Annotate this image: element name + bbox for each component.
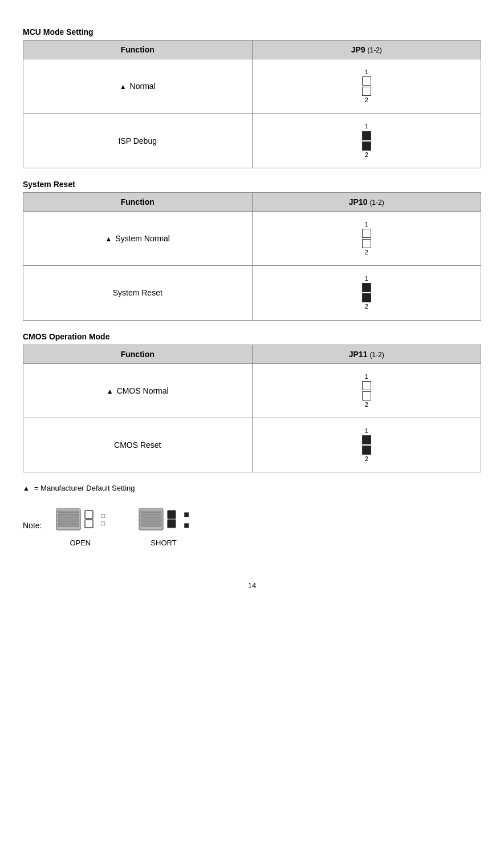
short-connector-wrap: ■ ■ — [138, 504, 189, 535]
function-cell-2-0: ▲ CMOS Normal — [23, 363, 253, 418]
function-header-label: Function — [121, 45, 155, 54]
pin-box-filled-top — [362, 131, 371, 140]
function-cell-0-1: ISP Debug — [23, 114, 253, 168]
table-row: CMOS Reset 1 2 — [23, 418, 481, 472]
note-open-group: □ □ OPEN — [55, 504, 105, 547]
pin-box-bottom — [362, 391, 371, 400]
svg-rect-15 — [168, 520, 176, 528]
table-0: Function JP9 (1-2) ▲ Normal 1 — [23, 40, 481, 168]
pin-box-top — [362, 229, 371, 238]
default-marker-1-0: ▲ — [105, 235, 112, 243]
jp-name-0: JP9 — [351, 45, 365, 54]
open-connector-wrap: □ □ — [55, 504, 105, 535]
function-cell-1-1: System Reset — [23, 266, 253, 320]
pin-label-1: 1 — [365, 68, 368, 76]
pin-label-2: 2 — [365, 303, 368, 310]
jp-name-2: JP11 — [349, 350, 368, 359]
pin-box-top — [362, 381, 371, 390]
col-header-jp-2: JP11 (1-2) — [252, 345, 481, 363]
pin-box-bottom — [362, 239, 371, 248]
function-label-2-0: CMOS Normal — [117, 386, 169, 395]
manufacturer-note: ▲ = Manufacturer Default Setting — [23, 484, 481, 492]
note-short-group: ■ ■ SHORT — [138, 504, 189, 547]
jumper-cell-2-0: 1 2 — [252, 363, 481, 418]
svg-rect-11 — [141, 519, 161, 522]
pin-box-filled-top — [362, 283, 371, 292]
section-title-0: MCU Mode Setting — [23, 27, 481, 37]
col-header-function-1: Function — [23, 192, 253, 211]
section-title-2: CMOS Operation Mode — [23, 332, 481, 341]
table-row: System Reset 1 2 — [23, 266, 481, 320]
connector-svg — [55, 504, 95, 535]
pin-label-2: 2 — [365, 401, 368, 408]
function-label-0-0: Normal — [130, 82, 156, 91]
jumper-short-diagram: 1 2 — [258, 427, 475, 463]
table-row: ▲ Normal 1 2 — [23, 59, 481, 114]
default-marker-2-0: ▲ — [107, 387, 113, 395]
jumper-cell-2-1: 1 2 — [252, 418, 481, 472]
pin-label-1: 1 — [365, 221, 368, 228]
function-header-label: Function — [121, 350, 155, 359]
jp-pins-2: (1-2) — [369, 351, 384, 359]
jumper-short-diagram: 1 2 — [258, 275, 475, 310]
function-cell-2-1: CMOS Reset — [23, 418, 253, 472]
svg-rect-7 — [85, 520, 93, 528]
pin-box-filled-bottom — [362, 293, 371, 302]
pin-box-filled-bottom — [362, 141, 371, 151]
table-row: ▲ CMOS Normal 1 2 — [23, 363, 481, 418]
svg-rect-5 — [56, 508, 80, 511]
function-header-label: Function — [121, 197, 155, 207]
jumper-cell-1-1: 1 2 — [252, 266, 481, 320]
pin-label-1: 1 — [365, 373, 368, 381]
pin-label-2: 2 — [365, 455, 368, 463]
jp-pins-1: (1-2) — [369, 199, 384, 207]
svg-rect-6 — [85, 511, 93, 519]
svg-rect-12 — [141, 523, 161, 527]
jp-pins-0: (1-2) — [367, 46, 381, 54]
pin-box-filled-top — [362, 435, 371, 444]
function-label-2-1: CMOS Reset — [114, 440, 161, 450]
svg-rect-2 — [58, 514, 79, 517]
note-label: Note: — [23, 521, 42, 530]
pin-label-2: 2 — [365, 151, 368, 159]
short-jumper-note: ■ ■ — [184, 509, 189, 531]
jumper-open-diagram: 1 2 — [258, 221, 475, 256]
default-marker-0-0: ▲ — [120, 83, 127, 91]
jumper-cell-0-1: 1 2 — [252, 114, 481, 168]
function-label-0-1: ISP Debug — [119, 136, 157, 145]
function-label-1-0: System Normal — [115, 234, 170, 243]
pin-label-1: 1 — [365, 123, 368, 130]
connector-svg — [138, 504, 178, 535]
table-row: ISP Debug 1 2 — [23, 114, 481, 168]
jp-name-1: JP10 — [349, 197, 368, 207]
function-label-1-1: System Reset — [113, 288, 162, 297]
pin-label-1: 1 — [365, 275, 368, 282]
jumper-open-diagram: 1 2 — [258, 68, 475, 104]
svg-rect-13 — [139, 508, 163, 511]
svg-rect-10 — [141, 514, 161, 517]
table-row: ▲ System Normal 1 2 — [23, 211, 481, 265]
jumper-cell-1-0: 1 2 — [252, 211, 481, 265]
jumper-short-diagram: 1 2 — [258, 123, 475, 158]
svg-rect-4 — [58, 523, 79, 527]
pin-box-filled-bottom — [362, 446, 371, 455]
col-header-function-0: Function — [23, 41, 253, 59]
col-header-jp-0: JP9 (1-2) — [252, 41, 481, 59]
jumper-cell-0-0: 1 2 — [252, 59, 481, 114]
table-2: Function JP11 (1-2) ▲ CMOS Normal 1 — [23, 345, 481, 473]
pin-label-1: 1 — [365, 427, 368, 435]
note-section: Note: □ □ OPEN — [23, 504, 481, 547]
jumper-open-diagram: 1 2 — [258, 373, 475, 408]
col-header-jp-1: JP10 (1-2) — [252, 192, 481, 211]
open-label: OPEN — [70, 539, 91, 547]
function-cell-0-0: ▲ Normal — [23, 59, 253, 114]
svg-rect-14 — [168, 511, 176, 519]
short-label: SHORT — [151, 539, 176, 547]
pin-box-bottom — [362, 87, 371, 96]
col-header-function-2: Function — [23, 345, 253, 363]
pin-label-2: 2 — [365, 249, 368, 256]
open-jumper-note: □ □ — [101, 512, 105, 527]
svg-rect-3 — [58, 519, 79, 522]
page-number: 14 — [23, 581, 481, 590]
manufacturer-note-text: = Manufacturer Default Setting — [34, 484, 135, 492]
